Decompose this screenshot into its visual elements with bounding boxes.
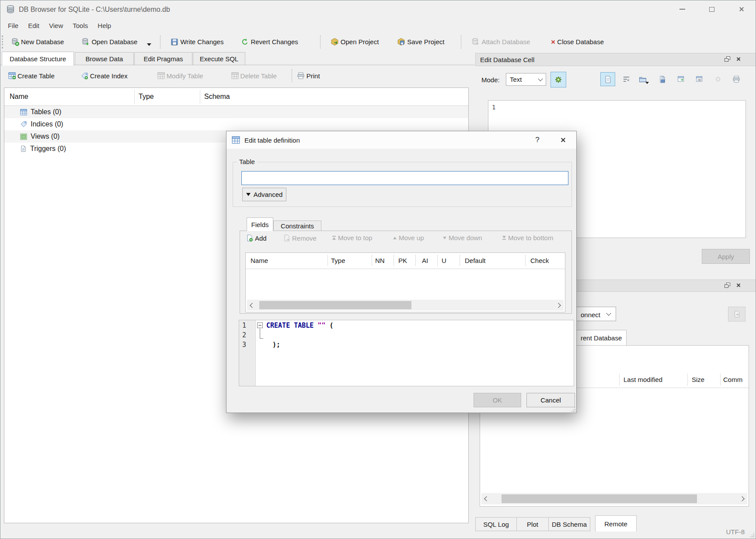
advanced-button[interactable]: Advanced — [242, 188, 286, 201]
window-titlebar[interactable]: DB Browser for SQLite - C:\Users\turne\d… — [0, 0, 756, 19]
column-pk[interactable]: PK — [398, 257, 407, 264]
tab-database-structure[interactable]: Database Structure — [2, 52, 74, 66]
dock-float-icon[interactable] — [725, 283, 730, 288]
tree-header-separator[interactable] — [134, 90, 135, 104]
edit-database-cell-dock-title[interactable]: Edit Database Cell — [475, 53, 756, 66]
add-field-button[interactable]: Add — [247, 234, 267, 242]
mode-select[interactable]: Text — [506, 73, 546, 86]
write-changes-button[interactable]: Write Changes — [167, 35, 227, 49]
tree-column-type[interactable]: Type — [139, 93, 154, 100]
move-up-button[interactable]: Move up — [393, 234, 424, 241]
tab-constraints[interactable]: Constraints — [273, 220, 321, 231]
tab-edit-pragmas[interactable]: Edit Pragmas — [134, 52, 192, 65]
tree-column-schema[interactable]: Schema — [204, 93, 230, 100]
move-down-label: Move down — [449, 234, 482, 241]
create-index-button[interactable]: Create Index — [77, 70, 131, 82]
document-view-button[interactable] — [600, 72, 615, 86]
set-null-button[interactable] — [711, 72, 725, 86]
export-file-button[interactable] — [655, 72, 670, 86]
column-default[interactable]: Default — [465, 257, 486, 264]
cancel-button[interactable]: Cancel — [526, 393, 575, 407]
scroll-right-icon[interactable] — [556, 303, 561, 308]
revert-changes-button[interactable]: Revert Changes — [237, 35, 301, 49]
dock-close-icon[interactable] — [736, 57, 741, 61]
menu-edit[interactable]: Edit — [23, 20, 44, 32]
close-database-button[interactable]: Close Database — [547, 36, 607, 48]
minimize-button[interactable] — [673, 3, 691, 16]
menu-help[interactable]: Help — [93, 20, 116, 32]
column-type[interactable]: Type — [331, 257, 345, 264]
remote-column-size[interactable]: Size — [692, 376, 704, 383]
remove-field-button[interactable]: Remove — [284, 234, 317, 242]
dock-float-icon[interactable] — [725, 56, 730, 62]
column-ai[interactable]: AI — [422, 257, 428, 264]
fields-table-header[interactable]: Name Type NN PK AI U Default Check — [246, 253, 565, 269]
word-wrap-button[interactable] — [619, 72, 634, 86]
column-check[interactable]: Check — [530, 257, 549, 264]
tab-plot[interactable]: Plot — [516, 517, 549, 531]
toolbar-drag-handle[interactable] — [2, 35, 6, 49]
column-u[interactable]: U — [442, 257, 446, 264]
scrollbar-thumb[interactable] — [502, 494, 697, 503]
move-to-top-button[interactable]: Move to top — [332, 234, 372, 241]
column-name[interactable]: Name — [251, 257, 268, 264]
save-project-button[interactable]: Save Project — [394, 35, 448, 49]
menu-view[interactable]: View — [44, 20, 68, 32]
open-database-dropdown[interactable] — [147, 43, 151, 46]
maximize-button[interactable] — [703, 3, 721, 16]
tab-execute-sql[interactable]: Execute SQL — [193, 52, 245, 65]
print-cell-button[interactable] — [729, 72, 744, 86]
delete-table-button[interactable]: Delete Table — [228, 70, 280, 82]
scroll-left-icon[interactable] — [484, 496, 489, 501]
move-down-button[interactable]: Move down — [443, 234, 482, 241]
tab-db-schema[interactable]: DB Schema — [548, 517, 590, 531]
link-data-button[interactable] — [692, 72, 707, 86]
fold-marker-icon[interactable] — [257, 322, 263, 328]
auto-detect-format-button[interactable] — [550, 72, 566, 88]
dialog-close-button[interactable] — [561, 137, 566, 144]
menu-file[interactable]: File — [3, 20, 23, 32]
fields-horizontal-scrollbar[interactable] — [247, 300, 564, 311]
tree-header-separator[interactable] — [200, 90, 200, 104]
close-icon — [561, 137, 566, 143]
tree-column-name[interactable]: Name — [10, 93, 28, 100]
tab-fields[interactable]: Fields — [247, 217, 273, 231]
scroll-right-icon[interactable] — [739, 496, 744, 501]
menu-tools[interactable]: Tools — [68, 20, 93, 32]
dialog-help-button[interactable]: ? — [533, 136, 542, 144]
attach-database-button[interactable]: Attach Database — [468, 35, 533, 49]
window-resize-grip[interactable] — [749, 532, 754, 537]
apply-button[interactable]: Apply — [702, 249, 750, 264]
column-nn[interactable]: NN — [375, 257, 385, 264]
remote-horizontal-scrollbar[interactable] — [481, 493, 747, 504]
modify-table-button[interactable]: Modify Table — [154, 70, 207, 82]
fields-table[interactable]: Name Type NN PK AI U Default Check — [245, 252, 565, 312]
table-name-input[interactable] — [241, 171, 568, 185]
import-file-button[interactable] — [637, 72, 652, 86]
ok-button[interactable]: OK — [474, 393, 521, 407]
tree-row-tables[interactable]: Tables (0) — [4, 106, 468, 118]
tree-row-indices[interactable]: Indices (0) — [4, 118, 468, 130]
tree-header[interactable]: Name Type Schema — [4, 88, 468, 106]
dialog-titlebar[interactable]: Edit table definition ? — [226, 131, 576, 149]
tab-sql-log[interactable]: SQL Log — [475, 517, 517, 531]
print-button[interactable]: Print — [293, 69, 324, 82]
remote-column-commit[interactable]: Comm — [723, 376, 742, 383]
open-in-window-button[interactable] — [674, 72, 689, 86]
move-to-bottom-button[interactable]: Move to bottom — [502, 234, 553, 241]
remote-current-database-tab[interactable]: rent Database — [569, 330, 627, 345]
close-button[interactable] — [733, 3, 750, 16]
dock-close-icon[interactable] — [736, 283, 741, 287]
tab-remote[interactable]: Remote — [595, 515, 637, 532]
open-database-button[interactable]: Open Database — [78, 35, 141, 49]
remote-clone-button[interactable] — [728, 307, 746, 322]
sql-preview[interactable]: 1 2 3 CREATE TABLE "" ( ); — [239, 320, 574, 386]
open-project-button[interactable]: Open Project — [327, 35, 383, 49]
scroll-left-icon[interactable] — [250, 303, 254, 308]
remote-column-last-modified[interactable]: Last modified — [624, 376, 662, 383]
create-table-button[interactable]: Create Table — [5, 70, 58, 82]
dialog-resize-grip[interactable] — [570, 406, 575, 412]
tab-browse-data[interactable]: Browse Data — [75, 52, 134, 65]
scrollbar-thumb[interactable] — [259, 301, 411, 309]
new-database-button[interactable]: New Database — [7, 35, 67, 49]
